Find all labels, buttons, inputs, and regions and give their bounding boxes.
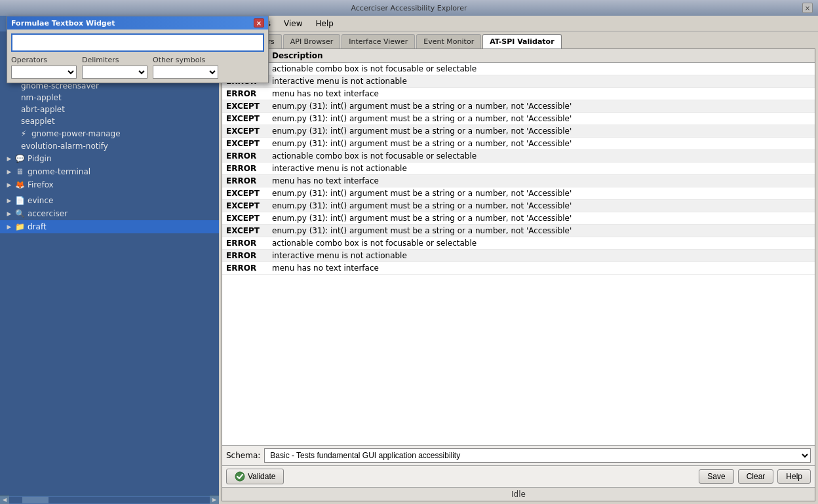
scroll-right-button[interactable]: ▶	[210, 495, 219, 505]
table-row: EXCEPTenum.py (31): int() argument must …	[222, 200, 815, 212]
tree-item[interactable]: evolution-alarm-notify	[0, 140, 219, 152]
tree-item-label: abrt-applet	[21, 105, 65, 114]
expand-icon[interactable]: ▶	[5, 155, 13, 163]
delimiters-label: Delimiters	[82, 56, 147, 64]
delimiters-group: Delimiters ()[]	[82, 56, 147, 79]
cell-level: EXCEPT	[222, 100, 268, 113]
table-row: EXCEPTenum.py (31): int() argument must …	[222, 125, 815, 138]
tree-item[interactable]: ▶🦊Firefox	[0, 178, 219, 191]
app-title: Accerciser Accessibility Explorer	[351, 4, 467, 12]
tree-item[interactable]: seapplet	[0, 115, 219, 127]
content-area: Level Description ERRORactionable combo …	[222, 48, 815, 501]
table-row: EXCEPTenum.py (31): int() argument must …	[222, 138, 815, 150]
tab-at-spi-validator[interactable]: AT-SPI Validator	[482, 34, 561, 48]
tree-app-icon: 📄	[14, 195, 25, 206]
tree-item[interactable]: nm-applet	[0, 92, 219, 104]
cell-description: enum.py (31): int() argument must be a s…	[268, 200, 815, 212]
tree-item[interactable]: ▶📁draft	[0, 220, 219, 233]
help-button[interactable]: Help	[777, 469, 811, 484]
tree-item-label: seapplet	[21, 117, 55, 126]
cell-level: ERROR	[222, 262, 268, 275]
validator-table-wrapper[interactable]: Level Description ERRORactionable combo …	[222, 49, 815, 445]
tree-app-icon: 🦊	[14, 180, 25, 190]
horizontal-scrollbar[interactable]: ◀ ▶	[0, 495, 219, 504]
title-bar-close-button[interactable]: ×	[802, 3, 813, 13]
tree-item[interactable]: ⚡gnome-power-manage	[0, 127, 219, 140]
expand-icon[interactable]: ▶	[5, 197, 13, 204]
tree-item-label: evolution-alarm-notify	[21, 142, 108, 151]
clear-button[interactable]: Clear	[738, 469, 774, 484]
validate-button[interactable]: Validate	[226, 469, 284, 484]
menu-view[interactable]: View	[279, 18, 307, 29]
status-bar: Idle	[222, 487, 815, 501]
validate-icon	[235, 471, 245, 482]
table-row: ERRORactionable combo box is not focusab…	[222, 237, 815, 250]
column-description: Description	[268, 49, 815, 63]
other-symbols-label: Other symbols	[153, 56, 218, 64]
tabs-bar: Plugin ErrorsAPI BrowserInterface Viewer…	[219, 31, 818, 48]
menu-help[interactable]: Help	[311, 18, 339, 29]
cell-level: ERROR	[222, 175, 268, 187]
cell-level: EXCEPT	[222, 125, 268, 138]
tab-api-browser[interactable]: API Browser	[283, 34, 340, 48]
tree-item[interactable]: ▶📄evince	[0, 194, 219, 207]
tree-item[interactable]: ▶🔍accerciser	[0, 207, 219, 220]
formulae-text-input[interactable]	[11, 33, 264, 52]
cell-description: enum.py (31): int() argument must be a s…	[268, 212, 815, 225]
tree-item-label: Firefox	[28, 180, 54, 189]
expand-icon[interactable]: ▶	[5, 181, 13, 189]
status-text: Idle	[511, 490, 526, 499]
delimiters-select[interactable]: ()[]	[82, 66, 147, 79]
schema-label: Schema:	[226, 451, 260, 460]
tree-item-label: nm-applet	[21, 93, 62, 102]
cell-level: EXCEPT	[222, 113, 268, 125]
operators-label: Operators	[11, 56, 77, 64]
cell-description: interactive menu is not actionable	[268, 163, 815, 175]
operators-select[interactable]: +-*/	[11, 66, 77, 79]
table-row: ERRORmenu has no text interface	[222, 175, 815, 187]
menu-bar: Bookmarks View Help	[219, 16, 818, 31]
other-symbols-select[interactable]: π∞√∑	[153, 66, 218, 79]
cell-level: EXCEPT	[222, 187, 268, 200]
scroll-thumb[interactable]	[22, 497, 49, 503]
app-tree[interactable]: gnome-sessiongnome-settings-daemcgnome-s…	[0, 31, 219, 495]
formulae-close-button[interactable]: ×	[254, 18, 264, 28]
cell-description: actionable combo box is not focusable or…	[268, 63, 815, 75]
table-row: EXCEPTenum.py (31): int() argument must …	[222, 113, 815, 125]
tree-app-icon: 🖥	[14, 166, 25, 177]
schema-select[interactable]: Basic - Tests fundamental GUI applicatio…	[264, 448, 811, 463]
formulae-content: Operators +-*/ Delimiters ()[] Other sym…	[7, 29, 268, 83]
tree-item[interactable]: ▶💬Pidgin	[0, 152, 219, 165]
table-row: ERRORactionable combo box is not focusab…	[222, 150, 815, 163]
formulae-title: Formulae Textbox Widget	[11, 19, 115, 28]
tree-item-label: evince	[28, 196, 53, 205]
formulae-dropdowns: Operators +-*/ Delimiters ()[] Other sym…	[11, 56, 264, 79]
expand-icon[interactable]: ▶	[5, 223, 13, 231]
scroll-left-button[interactable]: ◀	[0, 495, 9, 505]
tree-item[interactable]: abrt-applet	[0, 104, 219, 115]
cell-level: ERROR	[222, 237, 268, 250]
tree-item-label: accerciser	[28, 209, 68, 218]
cell-level: ERROR	[222, 88, 268, 100]
tree-item-label: Pidgin	[28, 154, 51, 163]
cell-level: EXCEPT	[222, 200, 268, 212]
table-row: EXCEPTenum.py (31): int() argument must …	[222, 212, 815, 225]
cell-description: actionable combo box is not focusable or…	[268, 237, 815, 250]
left-panel: gnome-sessiongnome-settings-daemcgnome-s…	[0, 31, 219, 504]
expand-icon[interactable]: ▶	[5, 168, 13, 176]
expand-icon[interactable]: ▶	[5, 210, 13, 218]
cell-description: enum.py (31): int() argument must be a s…	[268, 100, 815, 113]
main-container: Plugin ErrorsAPI BrowserInterface Viewer…	[219, 31, 818, 504]
cell-level: EXCEPT	[222, 225, 268, 237]
tree-item[interactable]: ▶🖥gnome-terminal	[0, 165, 219, 178]
save-button[interactable]: Save	[699, 469, 733, 484]
scroll-track	[9, 497, 210, 503]
tab-interface-viewer[interactable]: Interface Viewer	[341, 34, 415, 48]
tab-event-monitor[interactable]: Event Monitor	[416, 34, 481, 48]
tree-app-icon: 💬	[14, 153, 25, 164]
validator-table: Level Description ERRORactionable combo …	[222, 49, 815, 275]
cell-level: EXCEPT	[222, 212, 268, 225]
cell-description: interactive menu is not actionable	[268, 75, 815, 88]
cell-level: ERROR	[222, 163, 268, 175]
table-row: ERRORinteractive menu is not actionable	[222, 163, 815, 175]
